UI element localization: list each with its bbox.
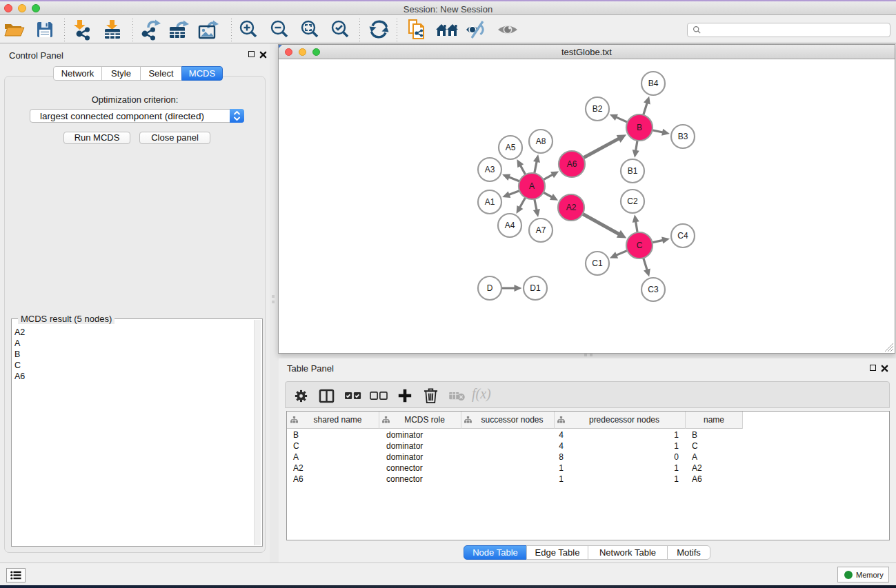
svg-text:A1: A1 [485,197,495,207]
svg-text:A: A [529,181,535,191]
svg-text:A6: A6 [567,159,577,169]
svg-text:A5: A5 [506,143,516,152]
svg-text:C: C [637,241,643,250]
svg-text:B4: B4 [648,79,659,88]
svg-text:C4: C4 [677,231,688,241]
svg-text:A8: A8 [536,136,546,146]
svg-text:A7: A7 [536,225,546,235]
svg-text:B2: B2 [593,104,603,114]
svg-text:B1: B1 [628,166,638,176]
svg-text:B: B [637,123,642,132]
svg-text:A3: A3 [485,165,495,174]
svg-text:A2: A2 [566,203,577,212]
svg-text:D1: D1 [530,283,541,293]
svg-text:D: D [487,283,493,293]
svg-text:C2: C2 [627,196,638,206]
svg-text:B3: B3 [678,132,688,141]
svg-text:C3: C3 [648,285,659,294]
svg-text:A4: A4 [505,221,515,230]
svg-text:C1: C1 [592,258,603,268]
